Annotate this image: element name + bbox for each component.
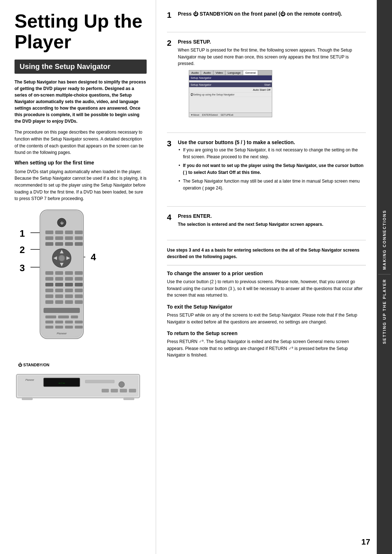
when-setting-up-heading: When setting up for the first time [15,160,147,166]
intro-paragraph1: The Setup Navigator has been designed to… [15,79,147,125]
svg-rect-69 [85,380,114,383]
svg-rect-60 [55,326,63,329]
screen-row-autostart: Auto Start Off [189,87,272,93]
change-answer-section: To change the answer to a prior uestion … [167,270,366,299]
step-4-number: 4 [167,213,176,222]
screen-status: ▼Move ENTERSelect SETUPExit [189,113,272,117]
sidebar-label-setting-up: SETTING UP THE PLAYER [382,276,387,347]
svg-rect-58 [75,321,83,323]
section-divider-1 [167,265,366,265]
svg-rect-48 [55,300,63,304]
remote-control-image: ⏻ [36,208,87,342]
dvd-player-image: Pioneer -- : -- [15,371,145,404]
svg-rect-75 [22,397,33,400]
svg-rect-43 [45,294,53,298]
step-2-body: When SETUP is pressed for the first time… [178,47,366,67]
step-1-heading: Press ⏻ STANDBY/ON on the front panel (⏻… [178,11,366,17]
svg-rect-47 [45,300,53,304]
step-4-heading: Press ENTER. [178,213,366,219]
step-3-bullet-3: The Setup Navigator function may still b… [178,178,366,191]
change-answer-body: Use the cursor button (2 ) to return to … [167,278,366,299]
svg-rect-52 [45,315,56,318]
sidebar-label-making-connections: MAKING CONNECTIONS [382,207,387,273]
remote-area: 1 2 3 4 [15,208,147,404]
svg-rect-33 [65,277,73,281]
return-setup-body: Press RETURN ♂⁹. The Setup Navigator is … [167,338,366,359]
svg-text:⏻: ⏻ [60,221,64,225]
svg-text:-- : --: -- : -- [58,381,65,384]
step-3-heading: Use the cursor buttons (5 / ) to make a … [178,139,366,145]
svg-rect-56 [55,321,63,323]
tab-language: Language [225,70,243,75]
step-3-bullet-1: If you are going to use the Setup Naviga… [178,147,366,160]
screen-mockup: Audio Audio Video Language General Setup… [189,70,272,117]
step-1-block: 1 Press ⏻ STANDBY/ON on the front panel … [167,11,366,32]
svg-rect-54 [71,315,78,318]
step-2-number: 2 [167,39,176,48]
standby-label: ⏻ STANDBY/ON [18,363,49,367]
svg-rect-14 [65,236,73,240]
exit-navigator-body: Press SETUP while on any of the screens … [167,312,366,325]
svg-rect-59 [45,326,53,329]
svg-rect-29 [65,271,73,275]
step-1-number: 1 [167,11,176,20]
intro-paragraph2: The procedure on this page describes the… [15,129,147,156]
svg-rect-71 [102,389,109,392]
tab-video: Video [213,70,225,75]
svg-rect-50 [75,300,83,304]
svg-rect-42 [75,289,83,292]
svg-rect-19 [75,242,83,246]
exit-navigator-title: To exit the Setup Navigator [167,304,366,310]
svg-rect-40 [55,289,63,292]
svg-rect-34 [75,277,83,281]
svg-text:Pioneer: Pioneer [25,379,34,381]
exit-navigator-section: To exit the Setup Navigator Press SETUP … [167,304,366,325]
step-2-heading: Press SETUP. [178,39,366,45]
svg-rect-35 [45,283,53,286]
svg-rect-28 [55,271,63,275]
svg-rect-11 [75,231,83,234]
svg-rect-12 [45,236,53,240]
svg-rect-9 [55,231,63,234]
svg-rect-51 [44,308,80,313]
svg-rect-15 [75,236,83,240]
svg-rect-45 [65,294,73,298]
svg-rect-57 [65,321,73,323]
svg-rect-8 [45,231,53,234]
svg-rect-10 [65,231,73,234]
use-steps-note: Use steps 3 and 4 as a basis for enterin… [167,247,366,260]
svg-rect-53 [58,315,69,318]
sidebar-divider [378,274,391,274]
svg-rect-18 [65,242,73,246]
screen-row-info: ⓵Setting up using the Setup Navigator [189,93,272,97]
svg-rect-62 [75,326,83,329]
svg-rect-55 [45,321,53,323]
svg-rect-49 [65,300,73,304]
svg-text:Pioneer: Pioneer [57,332,67,335]
svg-rect-73 [120,389,127,392]
svg-rect-46 [75,294,83,298]
step-3-block: 3 Use the cursor buttons (5 / ) to make … [167,139,366,207]
svg-rect-39 [45,289,53,292]
svg-rect-74 [129,389,136,392]
svg-rect-27 [45,271,53,275]
svg-rect-44 [55,294,63,298]
tab-general: General [243,70,258,75]
step-4-body: The selection is entered and the next Se… [178,221,366,228]
return-setup-title: To return to the Setup screen [167,330,366,336]
when-setting-up-body: Some DVDs start playing automatically wh… [15,168,147,202]
step-3-number: 3 [167,139,176,148]
svg-rect-32 [55,277,63,281]
bottom-sections: To change the answer to a prior uestion … [167,270,366,359]
svg-rect-76 [123,397,134,400]
page-number: 17 [362,537,370,547]
svg-rect-16 [45,242,53,246]
svg-point-26 [59,255,65,261]
svg-rect-37 [65,283,73,286]
svg-rect-38 [75,283,83,286]
svg-rect-17 [55,242,63,246]
svg-point-70 [119,382,124,387]
tab-audio1: Audio [189,70,201,75]
svg-rect-31 [45,277,53,281]
svg-rect-36 [55,283,63,286]
